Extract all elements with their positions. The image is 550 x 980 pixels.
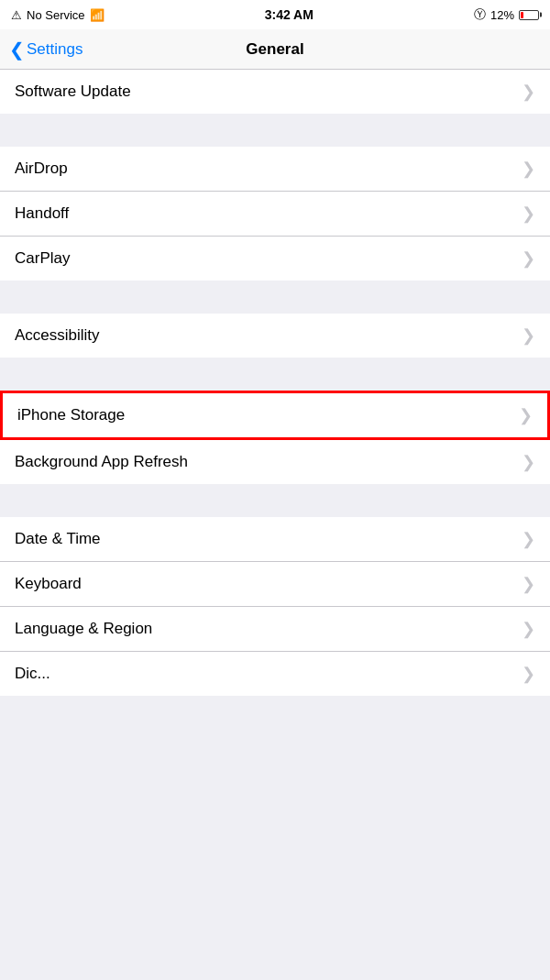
airdrop-label: AirDrop	[15, 160, 68, 178]
chevron-right-icon: ❯	[522, 82, 535, 102]
list-item-airdrop[interactable]: AirDrop ❯	[0, 147, 550, 192]
spacer-4	[0, 484, 550, 517]
section-accessibility: Accessibility ❯	[0, 314, 550, 358]
status-time: 3:42 AM	[265, 7, 314, 22]
chevron-right-icon: ❯	[522, 159, 535, 179]
list-item-language-region[interactable]: Language & Region ❯	[0, 607, 550, 652]
spacer-2	[0, 281, 550, 314]
alert-icon: ⚠	[11, 8, 22, 22]
status-right: Ⓨ 12%	[474, 6, 539, 23]
nav-bar: ❮ Settings General	[0, 29, 550, 70]
list-item-iphone-storage[interactable]: iPhone Storage ❯	[0, 391, 550, 440]
chevron-right-icon: ❯	[522, 325, 535, 346]
accessibility-label: Accessibility	[15, 326, 100, 345]
iphone-storage-label: iPhone Storage	[17, 406, 125, 424]
chevron-right-icon: ❯	[522, 204, 535, 224]
background-app-refresh-label: Background App Refresh	[15, 453, 188, 471]
battery-icon	[519, 10, 539, 20]
list-item-date-time[interactable]: Date & Time ❯	[0, 517, 550, 562]
list-item-dictionary[interactable]: Dic... ❯	[0, 652, 550, 696]
chevron-right-icon: ❯	[519, 405, 533, 425]
dictionary-label: Dic...	[15, 665, 50, 683]
chevron-right-icon: ❯	[522, 529, 535, 549]
list-item-keyboard[interactable]: Keyboard ❯	[0, 562, 550, 607]
list-item-carplay[interactable]: CarPlay ❯	[0, 237, 550, 281]
handoff-label: Handoff	[15, 204, 69, 223]
spacer-3	[0, 358, 550, 391]
status-bar: ⚠ No Service 📶 3:42 AM Ⓨ 12%	[0, 0, 550, 29]
carplay-label: CarPlay	[15, 249, 70, 268]
battery-percent: 12%	[490, 8, 514, 22]
wifi-icon: 📶	[90, 8, 104, 22]
back-label: Settings	[27, 40, 82, 59]
keyboard-label: Keyboard	[15, 575, 82, 593]
no-service-label: No Service	[27, 8, 85, 22]
list-item-background-app-refresh[interactable]: Background App Refresh ❯	[0, 440, 550, 484]
chevron-left-icon: ❮	[9, 40, 25, 59]
status-left: ⚠ No Service 📶	[11, 8, 104, 22]
section-locale: Date & Time ❯ Keyboard ❯ Language & Regi…	[0, 517, 550, 696]
location-icon: Ⓨ	[474, 6, 486, 23]
section-connectivity: AirDrop ❯ Handoff ❯ CarPlay ❯	[0, 147, 550, 281]
chevron-right-icon: ❯	[522, 619, 535, 639]
list-item-software-update[interactable]: Software Update ❯	[0, 70, 550, 114]
spacer-1	[0, 114, 550, 147]
language-region-label: Language & Region	[15, 620, 152, 638]
list-item-handoff[interactable]: Handoff ❯	[0, 192, 550, 237]
date-time-label: Date & Time	[15, 530, 101, 548]
chevron-right-icon: ❯	[522, 664, 535, 684]
chevron-right-icon: ❯	[522, 248, 535, 269]
software-update-label: Software Update	[15, 83, 131, 101]
section-software-update: Software Update ❯	[0, 70, 550, 114]
back-button[interactable]: ❮ Settings	[9, 40, 82, 59]
page-title: General	[246, 40, 303, 59]
chevron-right-icon: ❯	[522, 452, 535, 472]
list-item-accessibility[interactable]: Accessibility ❯	[0, 314, 550, 358]
section-storage: iPhone Storage ❯ Background App Refresh …	[0, 391, 550, 484]
chevron-right-icon: ❯	[522, 574, 535, 594]
